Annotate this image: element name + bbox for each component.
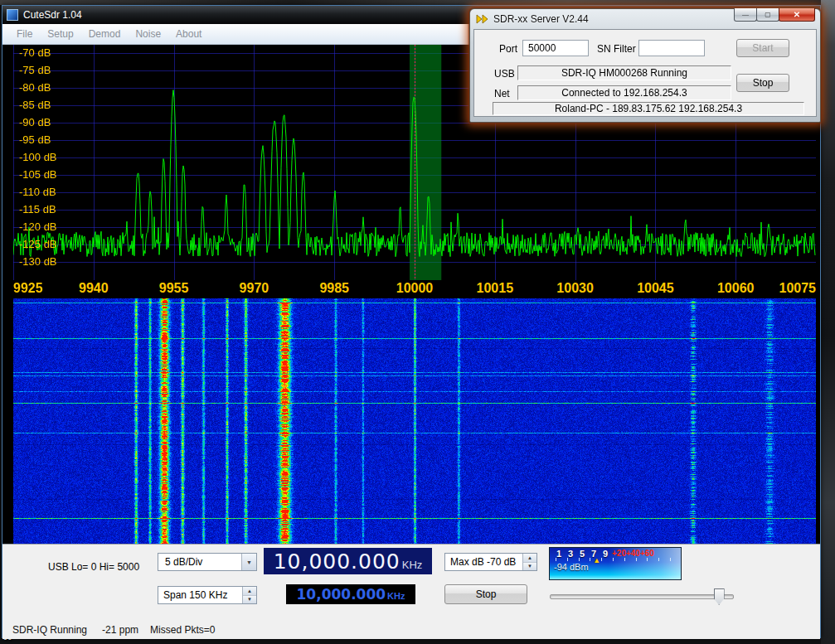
status-ppm: -21 ppm: [102, 624, 138, 636]
db-axis-label: -125 dB: [19, 238, 57, 251]
server-app-icon: [476, 13, 489, 25]
menu-setup[interactable]: Setup: [40, 28, 80, 40]
meter-scale-digit: 3: [565, 549, 576, 559]
spinner-arrows[interactable]: ▲ ▼: [522, 554, 536, 570]
cutesdr-title: CuteSdr 1.04: [23, 9, 82, 21]
freq-axis-label: 10000: [396, 281, 434, 296]
max-db-spinner[interactable]: Max dB -70 dB ▲ ▼: [444, 553, 537, 571]
net-label: Net: [494, 88, 510, 99]
freq-axis-label: 9970: [240, 281, 269, 296]
db-axis-label: -110 dB: [19, 186, 56, 199]
sub-frequency-display[interactable]: 10,000.000KHz: [286, 584, 415, 604]
db-axis-label: -120 dB: [19, 220, 57, 234]
waterfall-section: [2, 298, 820, 544]
meter-reading: -94 dBm: [554, 562, 589, 572]
spinner-up-icon[interactable]: ▲: [243, 587, 256, 596]
sn-filter-input[interactable]: [638, 40, 705, 56]
control-panel: USB Lo= 0 Hi= 5000 5 dB/Div ▼ 10,000.000…: [2, 544, 820, 621]
signal-meter: 13579+20+40+60 -94 dBm ▲: [549, 547, 682, 580]
meter-scale-digit: 1: [553, 549, 565, 559]
max-db-value: Max dB -70 dB: [450, 556, 516, 568]
freq-axis-label: 9940: [79, 281, 109, 296]
status-device: SDR-IQ Running: [12, 624, 87, 636]
freq-axis-label: 9955: [159, 281, 189, 296]
freq-axis-label: 9985: [319, 281, 349, 296]
chevron-down-icon[interactable]: ▼: [241, 554, 256, 570]
desktop: W CuteSdr 1.04 FileSetupDemodNoiseAbout …: [0, 0, 835, 644]
db-axis-label: -75 dB: [19, 64, 51, 77]
port-label: Port: [499, 43, 517, 55]
usb-status-panel: SDR-IQ HM000268 Running: [517, 65, 731, 80]
server-title: SDR-xx Server V2.44: [493, 13, 589, 25]
server-start-button[interactable]: Start: [736, 39, 789, 57]
maximize-button[interactable]: ▢: [756, 8, 779, 22]
menu-about[interactable]: About: [168, 28, 209, 40]
menu-noise[interactable]: Noise: [128, 28, 168, 40]
sdr-server-window: SDR-xx Server V2.44 — ▢ ✕ Port 50000 SN …: [469, 8, 821, 123]
freq-axis-label: 9925: [13, 281, 43, 296]
spinner-arrows[interactable]: ▲ ▼: [242, 587, 256, 603]
minimize-icon: —: [742, 11, 749, 18]
port-input[interactable]: 50000: [522, 40, 589, 56]
db-axis-label: -95 dB: [19, 133, 51, 147]
freq-axis-label: 10045: [637, 281, 674, 296]
server-window-buttons: — ▢ ✕: [735, 8, 815, 22]
net-status-panel: Connected to 192.168.254.3: [517, 85, 731, 100]
meter-pointer-icon: ▲: [593, 557, 600, 564]
server-body: Port 50000 SN Filter Start USB SDR-IQ HM…: [473, 29, 817, 117]
db-axis-label: -90 dB: [19, 116, 51, 129]
usb-label: USB: [494, 68, 515, 80]
frequency-value: 10,000.000: [274, 550, 401, 574]
close-icon: ✕: [794, 10, 800, 19]
status-missed-packets: Missed Pkts=0: [150, 624, 215, 636]
frequency-unit: KHz: [402, 559, 423, 571]
db-axis-label: -100 dB: [19, 151, 57, 164]
cutesdr-app-icon: [7, 9, 18, 21]
freq-axis-label: 10075: [779, 281, 817, 296]
freq-axis-label: 10060: [717, 281, 755, 296]
db-axis-label: -130 dB: [19, 255, 57, 269]
main-frequency-display[interactable]: 10,000.000KHz: [264, 548, 432, 574]
menu-demod[interactable]: Demod: [81, 28, 129, 40]
spinner-up-icon[interactable]: ▲: [523, 554, 536, 563]
spinner-down-icon[interactable]: ▼: [243, 596, 256, 604]
close-button[interactable]: ✕: [779, 8, 815, 22]
usb-range-label: USB Lo= 0 Hi= 5000: [48, 561, 139, 573]
meter-scale-digit: 9: [600, 549, 611, 559]
stop-button[interactable]: Stop: [444, 584, 527, 604]
db-axis-label: -115 dB: [19, 203, 56, 216]
span-value: Span 150 KHz: [163, 589, 227, 601]
frequency-scale[interactable]: 9925994099559970998510000100151003010045…: [13, 280, 816, 298]
meter-ticks: [556, 558, 672, 561]
waterfall-display[interactable]: [13, 298, 816, 544]
slider-track: [550, 594, 734, 599]
server-stop-button[interactable]: Stop: [736, 74, 789, 92]
server-titlebar[interactable]: SDR-xx Server V2.44 — ▢ ✕: [473, 9, 817, 29]
freq-axis-label: 10015: [477, 281, 514, 296]
host-info-panel: Roland-PC - 189.83.175.62 192.168.254.3: [493, 102, 804, 115]
meter-scale-high: +20+40+60: [612, 549, 654, 558]
db-axis-label: -80 dB: [19, 81, 51, 94]
db-div-value: 5 dB/Div: [165, 556, 202, 568]
status-bar: SDR-IQ Running -21 ppm Missed Pkts=0: [2, 621, 820, 639]
spinner-down-icon[interactable]: ▼: [523, 563, 536, 571]
freq-axis-label: 10030: [556, 281, 594, 296]
db-axis-label: -85 dB: [19, 99, 51, 112]
maximize-icon: ▢: [765, 11, 771, 18]
db-div-combo[interactable]: 5 dB/Div ▼: [158, 553, 257, 571]
sub-frequency-unit: KHz: [387, 591, 405, 601]
meter-scale-digit: 5: [576, 549, 588, 559]
span-spinner[interactable]: Span 150 KHz ▲ ▼: [158, 586, 257, 604]
sn-filter-label: SN Filter: [597, 43, 636, 55]
minimize-button[interactable]: —: [734, 8, 757, 22]
sub-frequency-value: 10,000.000: [297, 586, 386, 603]
volume-slider[interactable]: [547, 586, 736, 606]
db-axis-label: -70 dB: [19, 46, 51, 60]
slider-thumb[interactable]: [714, 588, 725, 605]
desktop-texture-right: [821, 0, 835, 644]
db-axis-label: -105 dB: [19, 168, 57, 182]
menu-file[interactable]: File: [9, 28, 40, 40]
